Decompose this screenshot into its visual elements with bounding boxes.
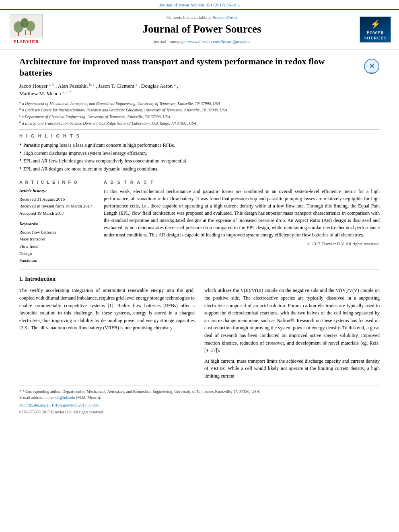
footnote-star: * * Corresponding author. Department of … (19, 388, 380, 394)
svg-text:CrossMark: CrossMark (367, 71, 376, 73)
kw-1: Redox flow batteries (19, 229, 96, 236)
copyright-line: © 2017 Elsevier B.V. All rights reserved… (104, 241, 380, 247)
info-abstract-row: A R T I C L E I N F O Article history: R… (19, 179, 380, 264)
divider-2 (19, 176, 380, 176)
svg-rect-6 (30, 31, 31, 35)
sciencedirect-link[interactable]: ScienceDirect (213, 15, 238, 20)
elsevier-logo-block: ELSEVIER (8, 14, 44, 45)
body-col-left: The swiftly accelerating integration of … (19, 287, 195, 380)
intro-para-3: At high current, mass transport limits t… (204, 357, 380, 380)
affil-b: b b Bredesen Center for Interdisciplinar… (19, 107, 380, 113)
issn-line: 0378-7753/© 2017 Elsevier B.V. All right… (19, 409, 380, 415)
kw-2: Mass transport (19, 236, 96, 243)
article-info-col: A R T I C L E I N F O Article history: R… (19, 179, 96, 264)
logo-sources: SOURCES (364, 35, 386, 41)
abstract-label: A B S T R A C T (104, 179, 380, 185)
intro-para-1: The swiftly accelerating integration of … (19, 287, 195, 332)
highlight-2: • High current discharge improves system… (19, 150, 380, 157)
homepage-line: journal homepage: www.elsevier.com/locat… (49, 39, 355, 45)
header-center: Contents lists available at ScienceDirec… (49, 14, 355, 45)
kw-3: Flow field (19, 243, 96, 250)
abstract-col: A B S T R A C T In this work, electroche… (104, 179, 380, 264)
svg-rect-4 (25, 30, 26, 35)
contents-available: Contents lists available at ScienceDirec… (49, 14, 355, 21)
doi-line: http://dx.doi.org/10.1016/j.jpowsour.201… (19, 402, 380, 408)
affil-d: d d Energy and Transportation Science Di… (19, 120, 380, 126)
intro-para-2: which utilizes the V(II)/V(III) couple o… (204, 287, 380, 354)
elsevier-tree-svg (10, 15, 42, 37)
affil-c: c c Department of Chemical Engineering, … (19, 113, 380, 120)
elsevier-brand-label: ELSEVIER (13, 39, 39, 45)
revised-date: Received in revised form 16 March 2017 (19, 203, 96, 210)
received-date: Received 31 August 2016 (19, 196, 96, 203)
homepage-url[interactable]: www.elsevier.com/locate/jpowsour (188, 39, 250, 44)
journal-title-header: Journal of Power Sources (49, 22, 355, 37)
logo-power: POWER (367, 30, 384, 35)
body-col-right: which utilizes the V(II)/V(III) couple o… (204, 287, 380, 380)
divider-1 (19, 129, 380, 130)
kw-5: Vanadium (19, 257, 96, 264)
journal-header: ELSEVIER Contents lists available at Sci… (0, 9, 399, 49)
journal-ref: Journal of Power Sources 351 (2017) 96–1… (159, 2, 240, 7)
highlight-1: • Parasitic pumping loss is a less signi… (19, 142, 380, 149)
highlights-label: H I G H L I G H T S (19, 133, 380, 139)
article-title-row: Architecture for improved mass transport… (19, 56, 380, 79)
svg-point-3 (26, 21, 35, 31)
main-content: Architecture for improved mass transport… (0, 49, 399, 421)
introduction-section: 1. Introduction The swiftly accelerating… (19, 275, 380, 380)
affiliations-block: a a Department of Mechanical, Aerospace,… (19, 100, 380, 126)
top-bar: Journal of Power Sources 351 (2017) 96–1… (0, 0, 399, 9)
accepted-date: Accepted 19 March 2017 (19, 210, 96, 217)
footnote-section: * * Corresponding author. Department of … (19, 386, 380, 415)
keywords-label: Keywords: (19, 221, 96, 227)
email-link[interactable]: mmench@utk.edu (45, 395, 75, 400)
doi-link[interactable]: http://dx.doi.org/10.1016/j.jpowsour.201… (19, 403, 99, 407)
kw-4: Design (19, 250, 96, 257)
article-info-label: A R T I C L E I N F O (19, 179, 96, 185)
journal-logo-box: ⚡ POWER SOURCES (360, 16, 391, 43)
crossmark-logo: ✕ CrossMark (364, 58, 380, 74)
svg-text:✕: ✕ (369, 63, 374, 70)
divider-3 (19, 269, 380, 269)
highlight-4: • EPL and AR designs are more tolerant t… (19, 166, 380, 173)
history-label: Article history: (19, 188, 96, 194)
elsevier-tree-logo (10, 14, 43, 37)
abstract-text: In this work, electrochemical performanc… (104, 188, 380, 238)
intro-heading: 1. Introduction (19, 275, 380, 283)
affil-a: a a Department of Mechanical, Aerospace,… (19, 100, 380, 107)
authors-line: Jacob Houser a, b , Alan Pezeshki b, c ,… (19, 82, 380, 98)
email-line: E-mail address: mmench@utk.edu (M.M. Men… (19, 394, 380, 401)
body-two-col: The swiftly accelerating integration of … (19, 287, 380, 380)
highlight-3: • EPL and AR flow field designs show com… (19, 158, 380, 164)
svg-rect-5 (18, 32, 19, 36)
crossmark-svg: ✕ CrossMark (364, 59, 379, 74)
logo-icon: ⚡ (370, 19, 380, 29)
highlights-section: H I G H L I G H T S • Parasitic pumping … (19, 133, 380, 173)
article-title: Architecture for improved mass transport… (19, 56, 360, 79)
